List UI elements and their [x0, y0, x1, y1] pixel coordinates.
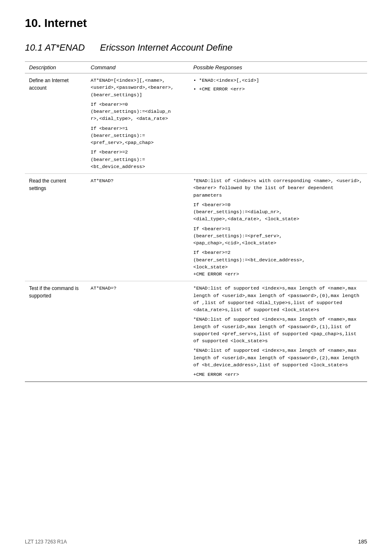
page-container: 10. Internet 10.1 AT*ENAD Ericsson Inter…: [0, 0, 392, 407]
row1-responses: *ENAD:<index>[,<cid>] +CME ERROR <err>: [189, 73, 367, 174]
table-row: Define an Internet account AT*ENAD=[<ind…: [25, 73, 367, 174]
row3-description: Test if the command is supported: [25, 281, 87, 382]
header-description: Description: [25, 62, 87, 73]
chapter-title: 10. Internet: [25, 17, 367, 30]
row3-command: AT*ENAD=?: [87, 281, 190, 382]
main-table: Description Command Possible Responses D…: [25, 61, 367, 382]
header-responses: Possible Responses: [189, 62, 367, 73]
section-subtitle: Ericsson Internet Account Define: [100, 42, 233, 53]
table-row: Read the current settings AT*ENAD? *ENAD…: [25, 174, 367, 281]
row3-responses: *ENAD:list of supported <index>s,max len…: [189, 281, 367, 382]
row1-command: AT*ENAD=[<index>][,<name>,<userid>,<pass…: [87, 73, 190, 174]
page-number: 185: [358, 538, 367, 545]
row2-responses: *ENAD:list of <index>s with correspondin…: [189, 174, 367, 281]
table-row: Test if the command is supported AT*ENAD…: [25, 281, 367, 382]
row2-description: Read the current settings: [25, 174, 87, 281]
footer-left: LZT 123 7263 R1A: [25, 539, 67, 545]
row2-command: AT*ENAD?: [87, 174, 190, 281]
section-title: 10.1 AT*ENAD Ericsson Internet Account D…: [25, 42, 367, 53]
section-num: 10.1 AT*ENAD: [25, 42, 85, 53]
header-command: Command: [87, 62, 190, 73]
row1-description: Define an Internet account: [25, 73, 87, 174]
